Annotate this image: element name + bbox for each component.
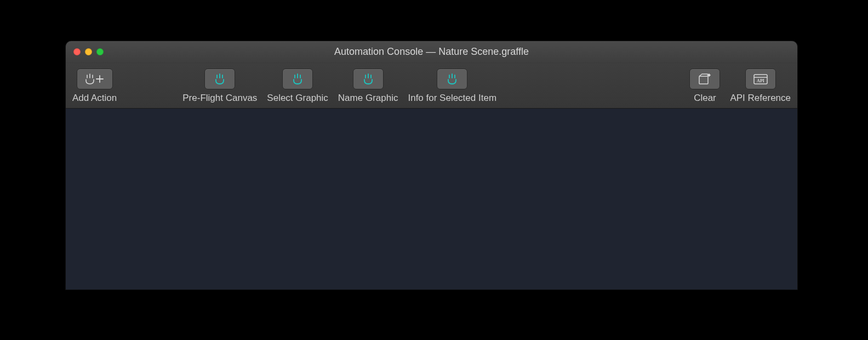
action-plus-icon: [85, 73, 105, 85]
preflight-canvas-group: Pre-Flight Canvas: [182, 69, 257, 104]
titlebar[interactable]: Automation Console — Nature Scene.graffl…: [66, 41, 797, 63]
info-selected-label: Info for Selected Item: [408, 93, 496, 104]
svg-text:API: API: [757, 78, 764, 83]
clear-label: Clear: [694, 93, 716, 104]
api-box-icon: API: [753, 73, 768, 85]
name-graphic-label: Name Graphic: [338, 93, 398, 104]
api-reference-group: API API Reference: [730, 69, 791, 104]
action-icon: [292, 73, 303, 85]
api-reference-button[interactable]: API: [745, 69, 776, 89]
add-action-label: Add Action: [72, 93, 117, 104]
select-graphic-group: Select Graphic: [267, 69, 328, 104]
preflight-canvas-button[interactable]: [204, 69, 235, 89]
add-action-group: Add Action: [72, 69, 117, 104]
automation-console-window: Automation Console — Nature Scene.graffl…: [66, 41, 797, 290]
svg-rect-17: [699, 76, 708, 84]
api-reference-label: API Reference: [730, 93, 791, 104]
traffic-lights: [66, 48, 104, 55]
select-graphic-button[interactable]: [282, 69, 313, 89]
toolbar: Add Action Pre-Flight Canvas: [66, 63, 797, 109]
info-selected-group: Info for Selected Item: [408, 69, 496, 104]
select-graphic-label: Select Graphic: [267, 93, 328, 104]
info-selected-button[interactable]: [437, 69, 467, 89]
action-icon: [447, 73, 458, 85]
add-action-button[interactable]: [77, 69, 113, 89]
clear-group: Clear: [689, 69, 720, 104]
action-icon: [214, 73, 225, 85]
minimize-window-icon[interactable]: [85, 48, 92, 55]
trash-sparkle-icon: [698, 73, 712, 85]
close-window-icon[interactable]: [73, 48, 81, 55]
window-title: Automation Console — Nature Scene.graffl…: [66, 46, 797, 58]
clear-button[interactable]: [689, 69, 720, 89]
name-graphic-button[interactable]: [353, 69, 384, 89]
maximize-window-icon[interactable]: [96, 48, 104, 55]
name-graphic-group: Name Graphic: [338, 69, 398, 104]
action-icon: [363, 73, 374, 85]
preflight-canvas-label: Pre-Flight Canvas: [182, 93, 257, 104]
console-content-area[interactable]: [66, 109, 797, 290]
